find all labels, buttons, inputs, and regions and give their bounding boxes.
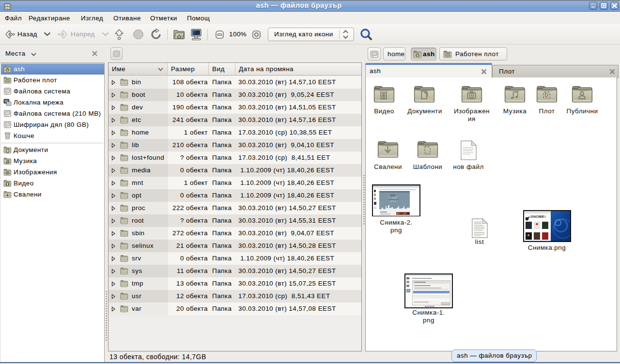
svg-text:D: D <box>545 92 549 98</box>
